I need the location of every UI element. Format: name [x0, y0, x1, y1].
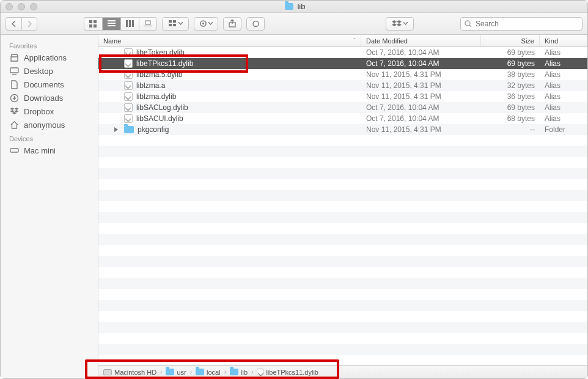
empty-row [98, 311, 587, 322]
file-name: pkgconfig [138, 125, 169, 134]
desktop-icon [9, 66, 19, 76]
sidebar-item-label: Applications [24, 53, 67, 62]
sidebar-item-dropbox[interactable]: Dropbox [1, 105, 98, 118]
file-row[interactable]: liblzma.aNov 11, 2015, 4:31 PM32 bytesAl… [98, 80, 587, 91]
empty-row [98, 179, 587, 190]
path-crumb-label: lib [241, 369, 248, 376]
coverflow-view-button[interactable] [139, 17, 157, 31]
svg-rect-4 [108, 20, 116, 21]
finder-window: lib FavoritesApplicationsDesktopDocument… [0, 0, 588, 379]
file-size: 69 bytes [481, 58, 540, 69]
path-crumb[interactable]: local [196, 369, 221, 376]
file-name: libSACUI.dylib [136, 114, 183, 123]
back-button[interactable] [6, 17, 21, 31]
sidebar-item-label: Documents [24, 80, 64, 89]
column-view-button[interactable] [120, 17, 139, 31]
file-row[interactable]: pkgconfigNov 11, 2015, 4:31 PM--Folder [98, 124, 587, 135]
file-kind: Alias [540, 47, 587, 58]
sidebar-item-desktop[interactable]: Desktop [1, 64, 98, 78]
share-button[interactable] [223, 17, 241, 31]
svg-rect-15 [173, 24, 176, 26]
column-header-kind[interactable]: Kind [540, 35, 587, 46]
file-row[interactable]: liblzma.dylibNov 11, 2015, 4:31 PM36 byt… [98, 91, 587, 102]
file-size: 69 bytes [481, 47, 540, 58]
arrange-button[interactable] [162, 17, 189, 31]
svg-rect-12 [169, 20, 172, 23]
file-row[interactable]: liblzma.5.dylibNov 11, 2015, 4:31 PM38 b… [98, 69, 587, 80]
documents-icon [9, 79, 19, 89]
column-headers: Nameˆ Date Modified Size Kind [98, 35, 587, 47]
zoom-window-button[interactable] [30, 3, 37, 10]
sidebar-item-applications[interactable]: Applications [1, 51, 98, 64]
file-row[interactable]: libeToken.dylibOct 7, 2016, 10:04 AM69 b… [98, 47, 587, 58]
view-mode-segment [84, 17, 157, 31]
search-field[interactable] [460, 17, 582, 31]
folder-icon [196, 369, 204, 375]
file-kind: Alias [540, 113, 587, 124]
icon-view-button[interactable] [84, 17, 102, 31]
window-title: lib [297, 2, 305, 11]
file-size: 36 bytes [481, 91, 540, 102]
svg-rect-6 [108, 25, 116, 26]
column-header-date[interactable]: Date Modified [361, 35, 481, 46]
chevron-right-icon: › [251, 369, 253, 375]
path-crumb[interactable]: Macintosh HD [103, 369, 156, 376]
sidebar-item-anonymous[interactable]: anonymous [1, 118, 98, 131]
file-date: Nov 11, 2015, 4:31 PM [361, 91, 481, 102]
disclosure-triangle[interactable] [114, 127, 118, 132]
sidebar-heading: Devices [1, 131, 98, 144]
empty-row [98, 135, 587, 146]
search-icon [465, 20, 472, 28]
empty-row [98, 234, 587, 245]
path-crumb-label: local [207, 369, 221, 376]
tags-button[interactable] [246, 17, 265, 31]
empty-row [98, 333, 587, 344]
column-header-name[interactable]: Nameˆ [98, 35, 361, 46]
file-kind: Alias [540, 80, 587, 91]
share-icon [229, 20, 236, 28]
nav-back-forward [6, 17, 37, 31]
dropbox-toolbar-button[interactable] [386, 17, 414, 31]
svg-rect-5 [108, 23, 116, 24]
path-crumb[interactable]: lib [230, 369, 248, 376]
path-crumb[interactable]: libeTPkcs11.dylib [257, 369, 318, 376]
sidebar-item-downloads[interactable]: Downloads [1, 91, 98, 105]
alias-icon [124, 92, 133, 101]
sidebar-item-documents[interactable]: Documents [1, 78, 98, 91]
column-header-size[interactable]: Size [481, 35, 540, 46]
chevron-down-icon [178, 22, 183, 25]
file-size: -- [481, 124, 540, 135]
file-kind: Alias [540, 58, 587, 69]
close-window-button[interactable] [6, 3, 13, 10]
titlebar[interactable]: lib [1, 1, 587, 13]
file-kind: Folder [540, 124, 587, 135]
svg-point-19 [253, 21, 259, 26]
path-crumb[interactable]: usr [166, 369, 186, 376]
sidebar-item-label: Dropbox [24, 107, 54, 116]
file-row[interactable]: libeTPkcs11.dylibOct 7, 2016, 10:04 AM69… [98, 58, 587, 69]
file-row[interactable]: libSACUI.dylibOct 7, 2016, 10:04 AM68 by… [98, 113, 587, 124]
file-row[interactable]: libSACLog.dylibOct 7, 2016, 10:04 AM69 b… [98, 102, 587, 113]
empty-row [98, 322, 587, 333]
sidebar-item-mac-mini[interactable]: Mac mini [1, 144, 98, 157]
forward-button[interactable] [21, 17, 37, 31]
file-name: libSACLog.dylib [136, 103, 188, 112]
dropbox-icon [9, 106, 19, 116]
svg-point-17 [202, 23, 204, 24]
file-size: 68 bytes [481, 113, 540, 124]
file-date: Nov 11, 2015, 4:31 PM [361, 124, 481, 135]
file-size: 69 bytes [481, 102, 540, 113]
empty-row [98, 168, 587, 179]
empty-row [98, 256, 587, 267]
empty-row [98, 289, 587, 300]
list-view-button[interactable] [102, 17, 120, 31]
home-icon [9, 120, 19, 130]
tag-icon [252, 20, 260, 28]
harddrive-icon [103, 369, 112, 375]
search-input[interactable] [476, 20, 578, 28]
file-name: liblzma.5.dylib [136, 70, 182, 79]
chevron-down-icon [208, 22, 213, 25]
action-button[interactable] [194, 17, 218, 31]
empty-row [98, 190, 587, 201]
minimize-window-button[interactable] [18, 3, 25, 10]
